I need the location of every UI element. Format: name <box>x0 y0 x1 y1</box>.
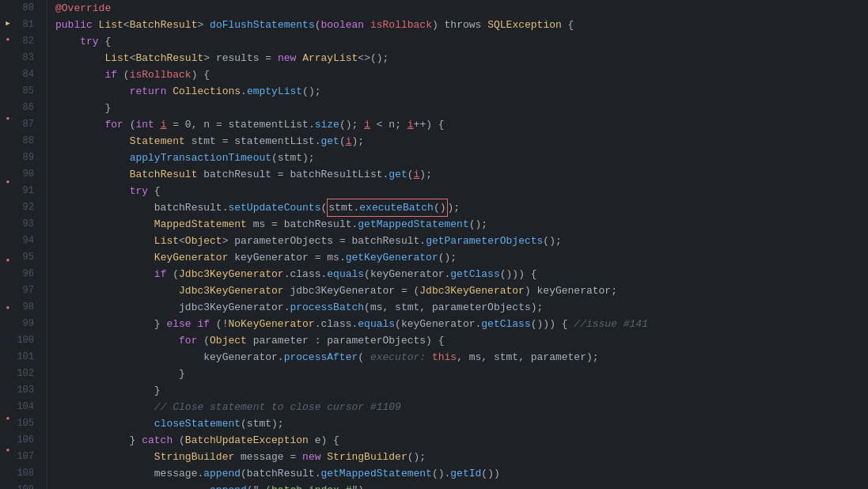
token: List <box>104 50 129 66</box>
token: (); <box>438 249 457 266</box>
code-line: public List<BatchResult> doFlushStatemen… <box>55 17 868 33</box>
code-line: try { <box>55 33 868 50</box>
token: BatchResult <box>130 17 198 33</box>
line-number: 101 <box>9 349 40 366</box>
token: ( <box>166 266 179 282</box>
token: getMappedStatement <box>320 465 431 482</box>
token: i <box>346 133 352 150</box>
code-line: } else if (!NoKeyGenerator.class.equals(… <box>55 316 868 332</box>
token: ())) { <box>500 266 537 282</box>
line-number: 80 <box>9 0 40 17</box>
token: ); <box>352 133 365 150</box>
token: (keyGenerator. <box>364 266 450 282</box>
code-line: for (Object parameter : parameterObjects… <box>55 332 868 349</box>
token: (! <box>210 316 228 332</box>
token: BatchResult <box>135 50 203 66</box>
token: SQLException <box>487 17 562 33</box>
token: StringBuilder <box>327 449 407 465</box>
token: i <box>414 166 420 183</box>
token: Jdbc3KeyGenerator <box>179 282 284 299</box>
token: keyGenerator = ms. <box>228 249 345 266</box>
token: getKeyGenerator <box>346 249 438 266</box>
token: getId <box>450 465 481 482</box>
token: ++) { <box>414 116 445 133</box>
token <box>55 116 104 133</box>
token: public <box>55 17 99 33</box>
token: List <box>154 233 179 249</box>
token <box>55 150 130 166</box>
token: (batchResult. <box>241 465 320 482</box>
line-number: 99 <box>9 316 40 332</box>
code-line: for (int i = 0, n = statementList.size()… <box>55 116 868 133</box>
token: Jdbc3KeyGenerator <box>179 266 284 282</box>
token: size <box>315 116 339 133</box>
token: > results = <box>203 50 278 66</box>
token: < <box>123 17 130 33</box>
line-number: 105 <box>9 415 40 432</box>
token: //issue #141 <box>574 316 648 332</box>
token: isRollback <box>130 66 191 83</box>
line-number: 98 <box>9 299 40 316</box>
token: Object <box>210 332 247 349</box>
line-number: 107 <box>9 449 40 465</box>
token: (batch index # <box>259 482 351 489</box>
code-line: // Close statement to close cursor #1109 <box>55 399 868 415</box>
code-line: MappedStatement ms = batchResult.getMapp… <box>55 216 868 233</box>
token: getParameterObjects <box>426 233 543 249</box>
token: } <box>55 432 142 449</box>
token: batchResult = batchResultList. <box>197 166 389 183</box>
token: < <box>130 50 136 66</box>
token: jdbc3KeyGenerator. <box>179 299 290 316</box>
token: Object <box>185 233 222 249</box>
token: { <box>148 183 161 199</box>
token: Jdbc3KeyGenerator <box>419 282 525 299</box>
line-number: 100 <box>9 332 40 349</box>
code-line: } <box>55 366 868 382</box>
token: Collections <box>172 83 241 100</box>
token: emptyList <box>247 83 302 100</box>
token: . <box>241 83 247 100</box>
line-number: 108 <box>9 465 40 482</box>
token: processBatch <box>290 299 364 316</box>
token: } <box>55 382 161 399</box>
token: ( <box>358 349 370 366</box>
token: .class. <box>315 316 358 332</box>
token: ms = batchResult. <box>247 216 358 233</box>
line-number: 94 <box>9 233 40 249</box>
token: jdbc3KeyGenerator = ( <box>284 282 420 299</box>
token: for <box>179 332 197 349</box>
token: return <box>130 83 167 100</box>
token: @Override <box>55 0 111 17</box>
code-line: applyTransactionTimeout(stmt); <box>55 150 868 166</box>
token: new <box>278 50 296 66</box>
token <box>55 449 154 465</box>
token: <>() <box>358 50 382 66</box>
token: ( <box>407 166 414 183</box>
token <box>296 50 302 66</box>
token: equals <box>327 266 364 282</box>
code-content[interactable]: @Overridepublic List<BatchResult> doFlus… <box>47 0 868 489</box>
line-number: 89 <box>9 150 40 166</box>
token: doFlushStatements <box>210 17 315 33</box>
token: get <box>320 133 339 150</box>
token: ())) { <box>531 316 574 332</box>
token: try <box>130 183 148 199</box>
token <box>55 166 130 183</box>
line-number: 86 <box>9 100 40 116</box>
code-line: KeyGenerator keyGenerator = ms.getKeyGen… <box>55 249 868 266</box>
code-line: @Override <box>55 0 868 17</box>
code-line: } <box>55 100 868 116</box>
token: ArrayList <box>302 50 358 66</box>
code-line: batchResult.setUpdateCounts(stmt.execute… <box>55 199 868 216</box>
token: (); <box>339 116 364 133</box>
token: boolean <box>321 17 365 33</box>
code-line: if (Jdbc3KeyGenerator.class.equals(keyGe… <box>55 266 868 282</box>
token: getMappedStatement <box>358 216 468 233</box>
token: message. <box>55 465 203 482</box>
token <box>55 282 179 299</box>
token: > parameterObjects = batchResult. <box>222 233 426 249</box>
line-number: 92 <box>9 199 40 216</box>
line-number-gutter: 8081828384858687888990919293949596979899… <box>16 0 47 489</box>
token: , ms, stmt, parameter); <box>457 349 598 366</box>
line-number: 90 <box>9 166 40 183</box>
